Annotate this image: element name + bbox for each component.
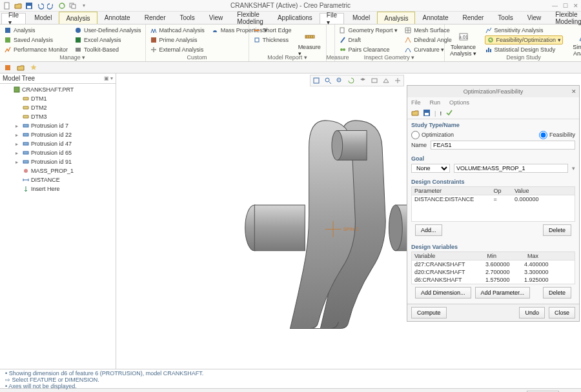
excel-analysis-button[interactable]: Excel Analysis [74, 35, 141, 44]
svg-point-39 [389, 205, 402, 251]
refit-icon[interactable] [311, 76, 321, 85]
nav-tab-folder-icon[interactable] [15, 63, 26, 72]
compute-button[interactable]: Compute [411, 307, 447, 318]
draft-button[interactable]: Draft [339, 35, 398, 44]
table-row[interactable]: d6:CRANKSHAFT1.5750001.925000 [412, 276, 575, 284]
radio-optimization[interactable]: Optimization [411, 131, 454, 139]
feasibility-button[interactable]: Feasibility/Optimization ▾ [485, 35, 563, 44]
tab-file[interactable]: File ▾ [320, 13, 344, 24]
tree-item[interactable]: DTM2 [0, 103, 116, 112]
tree-item[interactable]: Insert Here [0, 184, 116, 193]
graphics-canvas[interactable]: SPIN C Optimization/Feasibility ✕ File R… [116, 74, 581, 369]
tree-item[interactable]: DTM1 [0, 94, 116, 103]
ribbon-group-custom: Mathcad Analysis Prime Analysis External… [146, 24, 249, 61]
zoom-out-icon[interactable] [334, 76, 345, 85]
tree-menu-icon[interactable]: ▣ ▾ [104, 75, 113, 81]
redo-icon[interactable] [46, 1, 56, 10]
tab-analysis[interactable]: Analysis [377, 12, 415, 24]
new-icon[interactable] [3, 1, 12, 10]
tree-item[interactable]: ▸Protrusion id 7 [0, 121, 116, 130]
panel-menu-options[interactable]: Options [449, 99, 469, 106]
table-row[interactable]: d27:CRANKSHAFT3.6000004.400000 [412, 260, 575, 268]
close-panel-button[interactable]: Close [549, 307, 575, 318]
close-button[interactable]: ✕ [573, 3, 578, 9]
uda-button[interactable]: User-Defined Analysis [74, 26, 141, 35]
panel-menu-file[interactable]: File [411, 99, 421, 106]
tab-model[interactable]: Model [27, 12, 59, 24]
qat-dropdown-icon[interactable]: ▾ [79, 1, 88, 10]
info-icon[interactable]: ! [440, 110, 442, 117]
tree-item[interactable]: MASS_PROP_1 [0, 166, 116, 175]
tree-item[interactable]: DTM3 [0, 112, 116, 121]
open-icon[interactable] [411, 109, 419, 118]
tab-flexible-modeling[interactable]: Flexible Modeling [230, 12, 270, 24]
saved-views-icon[interactable] [369, 76, 380, 85]
add-parameter-button[interactable]: Add Parameter... [475, 287, 531, 299]
tab-annotate[interactable]: Annotate [97, 12, 138, 24]
undo-icon[interactable] [36, 1, 45, 10]
svg-rect-11 [151, 37, 156, 43]
tab-file-[interactable]: File ▾ [1, 13, 26, 24]
minimize-button[interactable]: — [552, 3, 558, 9]
tree-item[interactable]: ▸Protrusion id 65 [0, 148, 116, 157]
nav-tab-star-icon[interactable] [28, 63, 39, 72]
tree-item[interactable]: ▸Protrusion id 22 [0, 130, 116, 139]
tab-view[interactable]: View [520, 12, 549, 24]
analysis-button[interactable]: Analysis [4, 26, 68, 35]
add-constraint-button[interactable]: Add... [415, 224, 442, 236]
dropdown-icon[interactable]: ▾ [572, 165, 575, 172]
tab-flexible-modeling[interactable]: Flexible Modeling [548, 12, 581, 24]
apply-icon[interactable] [445, 109, 453, 118]
tab-applications[interactable]: Applications [270, 12, 320, 24]
maximize-button[interactable]: ☐ [563, 3, 568, 9]
windows-icon[interactable] [68, 1, 77, 10]
goal-param-input[interactable] [454, 164, 568, 173]
toolkit-button[interactable]: Toolkit-Based [74, 45, 141, 54]
sensitivity-button[interactable]: Sensitivity Analysis [485, 26, 563, 35]
table-row[interactable]: d20:CRANKSHAFT2.7000003.300000 [412, 268, 575, 276]
table-row[interactable]: DISTANCE:DISTANCE = 0.000000 [412, 195, 575, 203]
external-button[interactable]: External Analysis [150, 45, 205, 54]
tab-tools[interactable]: Tools [491, 12, 520, 24]
geom-report-button[interactable]: Geometry Report ▾ [339, 26, 398, 35]
thickness-button[interactable]: Thickness [253, 35, 292, 44]
add-dimension-button[interactable]: Add Dimension... [415, 287, 471, 299]
save-icon[interactable] [25, 1, 34, 10]
delete-constraint-button[interactable]: Delete [543, 224, 571, 236]
zoom-in-icon[interactable] [323, 76, 333, 85]
tab-analysis[interactable]: Analysis [59, 12, 97, 24]
tab-model[interactable]: Model [345, 12, 377, 24]
tab-render[interactable]: Render [138, 12, 173, 24]
tree-item[interactable]: ▸Protrusion id 91 [0, 157, 116, 166]
tree-item[interactable]: ▸Protrusion id 47 [0, 139, 116, 148]
tab-annotate[interactable]: Annotate [415, 12, 455, 24]
tree-root[interactable]: CRANKSHAFT.PRT [0, 85, 116, 94]
short-edge-button[interactable]: Short Edge [253, 26, 292, 35]
panel-menu-run[interactable]: Run [430, 99, 441, 106]
close-icon[interactable]: ✕ [571, 88, 576, 95]
prime-button[interactable]: Prime Analysis [150, 35, 205, 44]
open-icon[interactable] [14, 1, 23, 10]
saved-analysis-button[interactable]: Saved Analysis [4, 35, 68, 44]
delete-variable-button[interactable]: Delete [543, 287, 571, 299]
dv-header: Design Variables [411, 244, 575, 250]
tab-render[interactable]: Render [456, 12, 491, 24]
tree-item[interactable]: DISTANCE [0, 175, 116, 184]
radio-feasibility[interactable]: Feasibility [539, 131, 575, 139]
tab-view[interactable]: View [202, 12, 230, 24]
datum-icon[interactable] [392, 76, 403, 85]
stat-design-button[interactable]: Statistical Design Study [485, 45, 563, 54]
repaint-icon[interactable] [346, 76, 356, 85]
study-name-input[interactable] [431, 141, 575, 150]
display-style-icon[interactable] [358, 76, 368, 85]
perspective-icon[interactable] [381, 76, 391, 85]
mathcad-button[interactable]: Mathcad Analysis [150, 26, 205, 35]
pairs-clearance-button[interactable]: Pairs Clearance [339, 45, 398, 54]
undo-button[interactable]: Undo [519, 307, 545, 318]
goal-type-select[interactable]: None [411, 164, 450, 173]
save-icon[interactable] [423, 109, 431, 118]
tab-tools[interactable]: Tools [172, 12, 201, 24]
nav-tab-model-icon[interactable] [3, 63, 13, 72]
performance-monitor-button[interactable]: Performance Monitor [4, 45, 68, 54]
regenerate-icon[interactable] [57, 1, 66, 10]
